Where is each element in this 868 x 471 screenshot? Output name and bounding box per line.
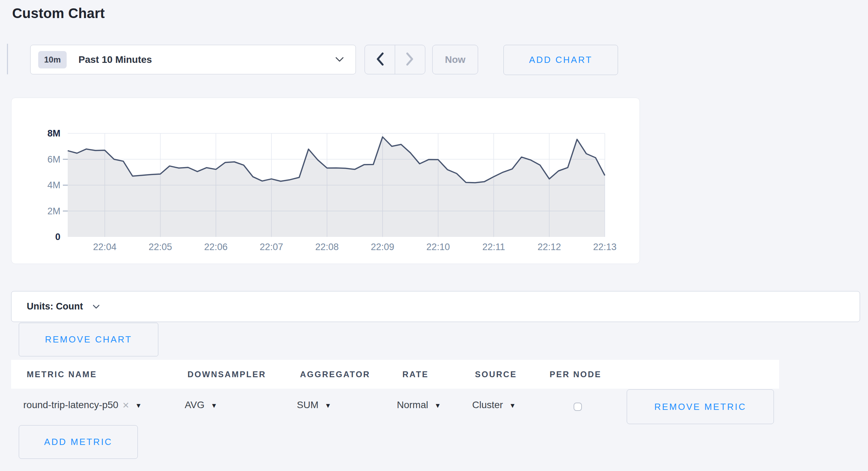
add-metric-button[interactable]: ADD METRIC xyxy=(19,425,138,459)
svg-text:22:12: 22:12 xyxy=(537,242,561,252)
header-source: SOURCE xyxy=(475,370,517,379)
header-aggregator: AGGREGATOR xyxy=(300,370,370,379)
aggregator-select[interactable]: SUM ▼ xyxy=(297,399,331,411)
svg-text:22:05: 22:05 xyxy=(149,242,172,252)
rate-select[interactable]: Normal ▼ xyxy=(397,399,441,411)
caret-down-icon: ▼ xyxy=(325,401,331,410)
per-node-checkbox[interactable] xyxy=(574,403,582,411)
aggregator-value: SUM xyxy=(297,399,318,411)
toolbar-accent-divider xyxy=(7,44,8,74)
header-per-node: PER NODE xyxy=(550,370,601,379)
remove-chart-button[interactable]: REMOVE CHART xyxy=(19,323,158,356)
custom-chart-page: Custom Chart 10m Past 10 Minutes Now ADD… xyxy=(0,0,868,471)
units-label: Units: Count xyxy=(27,301,83,312)
svg-text:2M: 2M xyxy=(47,206,60,216)
chevron-down-icon xyxy=(93,304,100,311)
rate-value: Normal xyxy=(397,399,428,411)
caret-down-icon: ▼ xyxy=(434,401,441,410)
svg-text:4M: 4M xyxy=(47,180,60,190)
next-window-button[interactable] xyxy=(395,45,425,74)
svg-text:22:13: 22:13 xyxy=(593,242,617,252)
previous-window-button[interactable] xyxy=(365,45,395,74)
header-downsampler: DOWNSAMPLER xyxy=(187,370,266,379)
caret-down-icon: ▼ xyxy=(211,401,217,410)
chart-card: 02M4M6M8M22:0422:0522:0622:0722:0822:092… xyxy=(11,98,640,264)
time-window-pager xyxy=(365,45,425,74)
caret-down-icon: ▼ xyxy=(135,401,142,410)
svg-text:22:08: 22:08 xyxy=(315,242,339,252)
svg-text:8M: 8M xyxy=(47,128,60,139)
chevron-right-icon xyxy=(406,52,415,67)
header-rate: RATE xyxy=(402,370,429,379)
source-select[interactable]: Cluster ▼ xyxy=(472,399,516,411)
downsampler-select[interactable]: AVG ▼ xyxy=(185,399,217,411)
caret-down-icon: ▼ xyxy=(509,401,516,410)
downsampler-value: AVG xyxy=(185,399,205,411)
svg-text:22:09: 22:09 xyxy=(371,242,394,252)
svg-text:0: 0 xyxy=(55,232,60,242)
chevron-left-icon xyxy=(375,52,384,67)
now-button[interactable]: Now xyxy=(432,45,478,74)
remove-metric-button[interactable]: REMOVE METRIC xyxy=(627,389,774,424)
source-value: Cluster xyxy=(472,399,503,411)
timescale-badge: 10m xyxy=(38,51,67,68)
add-chart-button[interactable]: ADD CHART xyxy=(503,45,618,75)
svg-text:22:10: 22:10 xyxy=(426,242,450,252)
clear-x-icon[interactable]: × xyxy=(123,399,129,411)
timescale-dropdown[interactable]: 10m Past 10 Minutes xyxy=(30,45,356,74)
svg-text:22:11: 22:11 xyxy=(482,242,505,252)
svg-text:6M: 6M xyxy=(47,154,60,165)
svg-text:22:06: 22:06 xyxy=(204,242,228,252)
svg-text:22:07: 22:07 xyxy=(260,242,283,252)
units-dropdown[interactable]: Units: Count xyxy=(11,291,860,322)
chevron-down-icon xyxy=(335,57,344,64)
metrics-table-header: METRIC NAME DOWNSAMPLER AGGREGATOR RATE … xyxy=(11,360,779,389)
page-title: Custom Chart xyxy=(12,6,105,21)
timescale-label: Past 10 Minutes xyxy=(78,54,152,65)
metric-name-value: round-trip-latency-p50 xyxy=(23,399,118,411)
svg-text:22:04: 22:04 xyxy=(93,242,117,252)
timeseries-chart-svg: 02M4M6M8M22:0422:0522:0622:0722:0822:092… xyxy=(11,98,640,264)
header-metric-name: METRIC NAME xyxy=(27,370,97,379)
metric-name-select[interactable]: round-trip-latency-p50 × ▼ xyxy=(23,399,142,411)
